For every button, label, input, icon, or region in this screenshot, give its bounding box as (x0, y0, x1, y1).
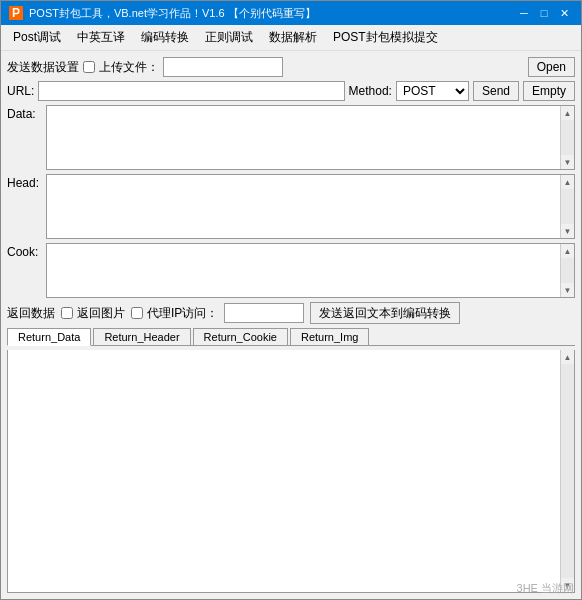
menu-translate[interactable]: 中英互译 (69, 27, 133, 48)
send-settings-row: 发送数据设置 上传文件： Open (7, 57, 575, 77)
return-scrollbar[interactable]: ▲ ▼ (560, 350, 574, 592)
main-content: 发送数据设置 上传文件： Open URL: Method: GET POST … (1, 51, 581, 599)
head-scroll-up[interactable]: ▲ (561, 175, 575, 189)
cook-scrollbar[interactable]: ▲ ▼ (560, 244, 574, 297)
return-scroll-track[interactable] (561, 364, 574, 578)
data-label: Data: (7, 105, 42, 121)
menu-bar: Post调试 中英互译 编码转换 正则调试 数据解析 POST封包模拟提交 (1, 25, 581, 51)
file-input[interactable] (163, 57, 283, 77)
menu-post-debug[interactable]: Post调试 (5, 27, 69, 48)
tab-return-img[interactable]: Return_Img (290, 328, 369, 345)
cook-label: Cook: (7, 243, 42, 259)
close-button[interactable]: ✕ (555, 5, 573, 21)
return-content-panel: ▲ ▼ (7, 350, 575, 593)
menu-data-parse[interactable]: 数据解析 (261, 27, 325, 48)
data-textarea[interactable] (47, 106, 560, 166)
send-settings-label: 发送数据设置 (7, 59, 79, 76)
upload-checkbox[interactable] (83, 61, 95, 73)
app-icon: P (9, 6, 23, 20)
upload-checkbox-row: 上传文件： (83, 59, 159, 76)
menu-regex[interactable]: 正则调试 (197, 27, 261, 48)
cook-scroll-up[interactable]: ▲ (561, 244, 575, 258)
tab-return-cookie[interactable]: Return_Cookie (193, 328, 288, 345)
head-row: Head: ▲ ▼ (7, 174, 575, 239)
proxy-ip-input[interactable] (224, 303, 304, 323)
tab-return-data[interactable]: Return_Data (7, 328, 91, 346)
tab-return-header[interactable]: Return_Header (93, 328, 190, 345)
proxy-ip-checkbox[interactable] (131, 307, 143, 319)
data-scrollbar[interactable]: ▲ ▼ (560, 106, 574, 169)
upload-label: 上传文件： (99, 59, 159, 76)
minimize-button[interactable]: ─ (515, 5, 533, 21)
head-scrollbar[interactable]: ▲ ▼ (560, 175, 574, 238)
send-button[interactable]: Send (473, 81, 519, 101)
maximize-button[interactable]: □ (535, 5, 553, 21)
head-scroll-down[interactable]: ▼ (561, 224, 575, 238)
head-scroll-track[interactable] (561, 189, 574, 224)
data-textarea-container: ▲ ▼ (46, 105, 575, 170)
method-select[interactable]: GET POST PUT DELETE (396, 81, 469, 101)
window-controls: ─ □ ✕ (515, 5, 573, 21)
open-button[interactable]: Open (528, 57, 575, 77)
title-bar: P POST封包工具，VB.net学习作品！V1.6 【个别代码重写】 ─ □ … (1, 1, 581, 25)
url-label: URL: (7, 84, 34, 98)
return-data-controls: 返回数据 返回图片 代理IP访问： 发送返回文本到编码转换 (7, 302, 575, 324)
return-tabs: Return_Data Return_Header Return_Cookie … (7, 328, 575, 346)
menu-post-simulate[interactable]: POST封包模拟提交 (325, 27, 446, 48)
head-label: Head: (7, 174, 42, 190)
scroll-down-arrow[interactable]: ▼ (561, 155, 575, 169)
return-img-checkbox[interactable] (61, 307, 73, 319)
menu-encode[interactable]: 编码转换 (133, 27, 197, 48)
cook-scroll-track[interactable] (561, 258, 574, 283)
return-data-label: 返回数据 (7, 305, 55, 322)
return-img-label: 返回图片 (77, 305, 125, 322)
main-window: P POST封包工具，VB.net学习作品！V1.6 【个别代码重写】 ─ □ … (0, 0, 582, 600)
empty-button[interactable]: Empty (523, 81, 575, 101)
cook-row: Cook: ▲ ▼ (7, 243, 575, 298)
cook-textarea-container: ▲ ▼ (46, 243, 575, 298)
cook-textarea[interactable] (47, 244, 560, 294)
return-scroll-down[interactable]: ▼ (561, 578, 575, 592)
url-input[interactable] (38, 81, 344, 101)
url-row: URL: Method: GET POST PUT DELETE Send Em… (7, 81, 575, 101)
scroll-up-arrow[interactable]: ▲ (561, 106, 575, 120)
return-scroll-up[interactable]: ▲ (561, 350, 575, 364)
return-content-textarea[interactable] (8, 350, 574, 592)
cook-scroll-down[interactable]: ▼ (561, 283, 575, 297)
data-row: Data: ▲ ▼ (7, 105, 575, 170)
method-label: Method: (349, 84, 392, 98)
window-title: POST封包工具，VB.net学习作品！V1.6 【个别代码重写】 (29, 6, 316, 21)
head-textarea-container: ▲ ▼ (46, 174, 575, 239)
head-textarea[interactable] (47, 175, 560, 235)
scroll-track[interactable] (561, 120, 574, 155)
send-return-button[interactable]: 发送返回文本到编码转换 (310, 302, 460, 324)
proxy-ip-label: 代理IP访问： (147, 305, 218, 322)
